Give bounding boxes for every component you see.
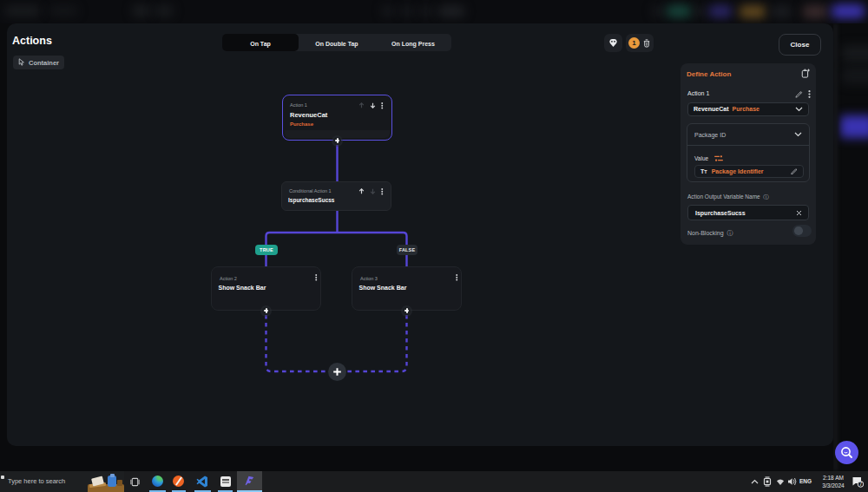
svg-text:7: 7 bbox=[859, 481, 863, 487]
